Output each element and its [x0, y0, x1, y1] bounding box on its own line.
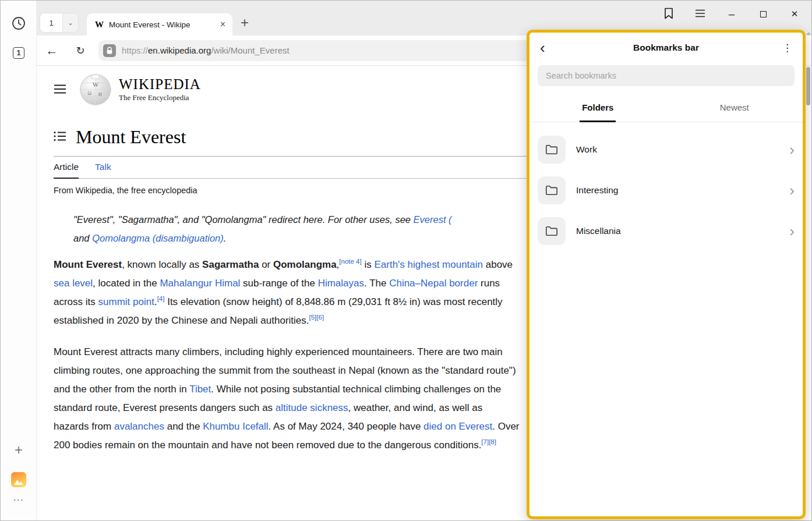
maximize-button[interactable]	[747, 1, 779, 27]
tab-close-button[interactable]: ×	[219, 19, 227, 30]
svg-text:Ω: Ω	[87, 90, 91, 96]
article-link[interactable]: [5]	[309, 314, 317, 321]
text-run: sub-range of the	[240, 278, 317, 289]
article-link[interactable]: Mahalangur Himal	[160, 278, 240, 289]
folder-list: Work › Interesting › Miscellania ›	[529, 122, 803, 251]
bookmarks-panel: ‹ Bookmarks bar ⋮ Folders Newest Work › …	[527, 30, 806, 519]
close-button[interactable]: ✕	[779, 1, 810, 27]
page-scrollbar[interactable]	[806, 31, 811, 518]
text-run: above	[483, 259, 513, 270]
workspace-dropdown-button[interactable]: ⌄	[62, 13, 78, 32]
workspace-one-button[interactable]: 1	[1, 47, 37, 59]
article-link[interactable]: altitude sickness	[276, 402, 348, 413]
text-run: . The	[364, 278, 389, 289]
text-run: , known locally as	[122, 259, 202, 270]
text-run: or	[259, 259, 273, 270]
bookmarks-panel-toggle-button[interactable]	[653, 1, 684, 27]
article-title: Mount Everest	[76, 126, 186, 148]
hamburger-icon	[54, 84, 66, 95]
panel-header: ‹ Bookmarks bar ⋮	[529, 33, 803, 63]
tab-talk[interactable]: Talk	[95, 162, 111, 178]
rail-more-button[interactable]: ⋯	[1, 493, 37, 506]
wikipedia-logo[interactable]: W Ω И	[79, 73, 112, 106]
browser-menu-button[interactable]	[684, 1, 716, 27]
gradient-app-icon	[11, 472, 26, 487]
panel-title: Bookmarks bar	[529, 42, 803, 53]
window-controls: – ✕	[653, 1, 810, 27]
svg-text:И: И	[98, 91, 103, 97]
text-run: Mount Everest	[54, 259, 122, 270]
contents-list-button[interactable]	[54, 131, 66, 143]
main-menu-button[interactable]	[54, 84, 68, 95]
left-rail: 1 + ⋯	[1, 1, 37, 520]
article-link[interactable]: China–Nepal border	[389, 278, 478, 289]
workspace-badge: 1	[13, 47, 24, 59]
article-link[interactable]: Everest (	[414, 214, 452, 225]
browser-window: 1 + ⋯ 1 ⌄ W Mount Everest - Wikipe × +	[0, 0, 812, 521]
bookmark-folder-row[interactable]: Miscellania ›	[538, 211, 795, 251]
article-paragraph-2: Mount Everest attracts many climbers, in…	[54, 343, 520, 455]
panel-tab-newest[interactable]: Newest	[666, 93, 803, 122]
scrollbar-up-arrow-icon[interactable]	[806, 32, 811, 35]
text-run: is	[362, 259, 375, 270]
url-scheme: https://	[122, 45, 148, 55]
lock-icon[interactable]	[103, 44, 116, 57]
article-paragraph-1: Mount Everest, known locally as Sagarmat…	[54, 256, 520, 330]
rail-add-button[interactable]: +	[1, 442, 37, 458]
bookmarks-search-input[interactable]	[538, 65, 795, 86]
folder-icon	[538, 217, 566, 245]
history-clock-button[interactable]	[1, 16, 37, 31]
chevron-right-icon: ›	[789, 183, 795, 198]
chevron-right-icon: ›	[789, 224, 795, 239]
folder-label: Work	[576, 144, 597, 155]
article-link[interactable]: [4]	[157, 295, 165, 302]
article-link[interactable]: sea level	[54, 278, 93, 289]
article-link[interactable]: [6]	[316, 314, 324, 321]
workspace-selector: 1 ⌄	[40, 13, 78, 32]
panel-menu-button[interactable]: ⋮	[780, 42, 795, 54]
panel-tab-label: Folders	[582, 102, 613, 112]
bookmark-icon	[663, 7, 675, 22]
article-link[interactable]: Tibet	[189, 384, 211, 395]
article-link[interactable]: [7]	[481, 438, 489, 445]
text-run: . As of May 2024, 340 people have	[269, 421, 424, 432]
mail-app-button[interactable]	[1, 472, 37, 487]
back-button[interactable]: ←	[45, 44, 59, 58]
clock-icon	[11, 16, 26, 33]
bookmark-folder-row[interactable]: Interesting ›	[538, 170, 795, 211]
url-path: /wiki/Mount_Everest	[211, 45, 289, 55]
scrollbar-thumb[interactable]	[806, 67, 810, 105]
text-run: Qomolangma	[273, 259, 337, 270]
text-run: and	[73, 233, 92, 243]
browser-tab[interactable]: W Mount Everest - Wikipe ×	[87, 13, 232, 36]
panel-tab-folders[interactable]: Folders	[529, 93, 666, 122]
article-link[interactable]: avalanches	[114, 421, 164, 432]
wikipedia-wordmark[interactable]: WIKIPEDIA	[119, 77, 201, 92]
new-tab-button[interactable]: +	[237, 14, 252, 31]
article-link[interactable]: Khumbu Icefall	[203, 421, 268, 432]
tab-article[interactable]: Article	[54, 162, 79, 179]
hatnote: "Everest", "Sagarmatha", and "Qomolangma…	[73, 210, 528, 247]
svg-text:W: W	[93, 81, 98, 88]
workspace-selector-button[interactable]: 1	[40, 13, 62, 32]
hamburger-icon	[695, 9, 705, 19]
article-link[interactable]: [note 4]	[339, 258, 361, 265]
wordmark-block: WIKIPEDIA The Free Encyclopedia	[119, 77, 201, 102]
folder-icon	[538, 176, 566, 204]
article-link[interactable]: Earth's highest mountain	[374, 259, 483, 270]
url-text: https://en.wikipedia.org/wiki/Mount_Ever…	[122, 45, 290, 55]
url-host: en.wikipedia.org	[148, 45, 211, 55]
chevron-right-icon: ›	[789, 142, 795, 157]
bookmark-folder-row[interactable]: Work ›	[538, 129, 795, 170]
article-link[interactable]: summit point	[98, 296, 154, 307]
reload-button[interactable]: ↻	[74, 44, 87, 57]
article-link[interactable]: died on Everest	[423, 421, 492, 432]
minimize-button[interactable]: –	[716, 1, 747, 27]
article-link[interactable]: Qomolangma (disambiguation)	[92, 233, 224, 243]
panel-tab-label: Newest	[720, 102, 749, 112]
panel-back-button[interactable]: ‹	[538, 40, 548, 55]
article-link[interactable]: Himalayas	[318, 278, 364, 289]
article-link[interactable]: [8]	[489, 438, 496, 445]
close-icon: ✕	[791, 9, 799, 19]
tab-title: Mount Everest - Wikipe	[109, 20, 219, 29]
